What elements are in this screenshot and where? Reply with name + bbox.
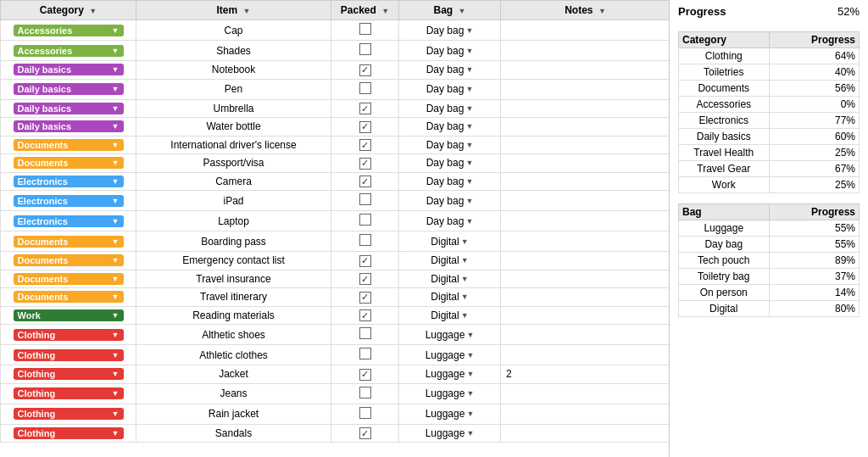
checkbox[interactable]: ✓ — [359, 292, 371, 304]
checkbox[interactable]: ✓ — [359, 309, 371, 321]
checkbox[interactable] — [359, 407, 371, 419]
bag-dropdown-arrow[interactable]: ▼ — [466, 370, 474, 378]
checkbox[interactable] — [359, 387, 371, 398]
packed-cell[interactable]: ✓ — [331, 270, 399, 288]
checkbox[interactable] — [359, 82, 371, 94]
category-badge[interactable]: Daily basics▼ — [14, 83, 124, 95]
bag-dropdown-arrow[interactable]: ▼ — [465, 65, 473, 74]
bag-dropdown-arrow[interactable]: ▼ — [465, 197, 473, 205]
category-badge[interactable]: Clothing▼ — [14, 368, 124, 380]
checkbox[interactable]: ✓ — [359, 273, 371, 285]
notes-filter-icon[interactable]: ▼ — [598, 7, 606, 15]
bag-dropdown-arrow[interactable]: ▼ — [461, 256, 469, 265]
col-header-item[interactable]: Item ▼ — [136, 1, 331, 20]
bag-cell[interactable]: Digital▼ — [399, 252, 501, 270]
packed-cell[interactable]: ✓ — [331, 61, 399, 80]
category-badge[interactable]: Clothing▼ — [14, 387, 124, 399]
col-header-notes[interactable]: Notes ▼ — [501, 1, 670, 20]
bag-cell[interactable]: Day bag▼ — [399, 172, 501, 191]
bag-cell[interactable]: Luggage▼ — [399, 325, 501, 345]
packed-cell[interactable] — [331, 325, 399, 345]
checkbox[interactable] — [359, 43, 371, 55]
packed-cell[interactable] — [331, 20, 399, 41]
bag-dropdown-arrow[interactable]: ▼ — [461, 237, 469, 246]
bag-cell[interactable]: Day bag▼ — [399, 41, 501, 61]
checkbox[interactable] — [359, 193, 371, 205]
packed-cell[interactable]: ✓ — [331, 365, 399, 384]
bag-cell[interactable]: Luggage▼ — [399, 365, 501, 384]
category-badge[interactable]: Documents▼ — [14, 273, 124, 285]
category-badge[interactable]: Daily basics▼ — [14, 64, 124, 75]
checkbox[interactable] — [359, 327, 371, 339]
bag-dropdown-arrow[interactable]: ▼ — [465, 85, 473, 93]
packed-cell[interactable] — [331, 79, 399, 99]
packed-cell[interactable] — [331, 231, 399, 252]
bag-cell[interactable]: Digital▼ — [399, 231, 501, 252]
col-header-category[interactable]: Category ▼ — [1, 1, 136, 20]
checkbox[interactable]: ✓ — [359, 176, 371, 187]
category-badge[interactable]: Clothing▼ — [14, 329, 124, 341]
category-badge[interactable]: Daily basics▼ — [14, 120, 124, 132]
bag-dropdown-arrow[interactable]: ▼ — [461, 275, 469, 283]
bag-cell[interactable]: Day bag▼ — [399, 79, 501, 99]
packed-filter-icon[interactable]: ▼ — [381, 7, 389, 15]
packed-cell[interactable]: ✓ — [331, 306, 399, 325]
category-badge[interactable]: Documents▼ — [14, 236, 124, 248]
packed-cell[interactable] — [331, 345, 399, 365]
bag-cell[interactable]: Day bag▼ — [399, 211, 501, 231]
packed-cell[interactable]: ✓ — [331, 252, 399, 270]
packed-cell[interactable] — [331, 191, 399, 211]
category-badge[interactable]: Documents▼ — [14, 254, 124, 266]
packed-cell[interactable]: ✓ — [331, 172, 399, 191]
packed-cell[interactable]: ✓ — [331, 424, 399, 443]
category-badge[interactable]: Clothing▼ — [14, 408, 124, 420]
checkbox[interactable] — [359, 234, 371, 246]
bag-dropdown-arrow[interactable]: ▼ — [466, 351, 474, 359]
bag-dropdown-arrow[interactable]: ▼ — [465, 104, 473, 113]
bag-dropdown-arrow[interactable]: ▼ — [466, 331, 474, 339]
category-badge[interactable]: Documents▼ — [14, 157, 124, 169]
checkbox[interactable]: ✓ — [359, 103, 371, 114]
category-badge[interactable]: Daily basics▼ — [14, 103, 124, 114]
checkbox[interactable]: ✓ — [359, 255, 371, 267]
bag-cell[interactable]: Day bag▼ — [399, 61, 501, 80]
bag-dropdown-arrow[interactable]: ▼ — [466, 429, 474, 437]
bag-cell[interactable]: Luggage▼ — [399, 345, 501, 365]
bag-cell[interactable]: Luggage▼ — [399, 424, 501, 443]
packed-cell[interactable]: ✓ — [331, 288, 399, 307]
category-badge[interactable]: Electronics▼ — [14, 195, 124, 207]
category-badge[interactable]: Documents▼ — [14, 139, 124, 151]
packed-cell[interactable]: ✓ — [331, 136, 399, 154]
bag-cell[interactable]: Day bag▼ — [399, 136, 501, 154]
col-header-packed[interactable]: Packed ▼ — [331, 1, 399, 20]
bag-dropdown-arrow[interactable]: ▼ — [465, 141, 473, 149]
checkbox[interactable]: ✓ — [359, 369, 371, 381]
checkbox[interactable]: ✓ — [359, 158, 371, 170]
bag-dropdown-arrow[interactable]: ▼ — [465, 47, 473, 55]
bag-dropdown-arrow[interactable]: ▼ — [465, 177, 473, 186]
category-badge[interactable]: Work▼ — [14, 309, 124, 321]
bag-dropdown-arrow[interactable]: ▼ — [465, 217, 473, 226]
bag-dropdown-arrow[interactable]: ▼ — [466, 410, 474, 418]
bag-cell[interactable]: Day bag▼ — [399, 99, 501, 118]
category-badge[interactable]: Electronics▼ — [14, 215, 124, 227]
packed-cell[interactable] — [331, 404, 399, 424]
packed-cell[interactable]: ✓ — [331, 118, 399, 137]
col-header-bag[interactable]: Bag ▼ — [399, 1, 501, 20]
bag-cell[interactable]: Digital▼ — [399, 306, 501, 325]
category-badge[interactable]: Accessories▼ — [14, 45, 124, 57]
category-badge[interactable]: Clothing▼ — [14, 427, 124, 439]
bag-cell[interactable]: Luggage▼ — [399, 404, 501, 424]
bag-cell[interactable]: Day bag▼ — [399, 118, 501, 137]
bag-dropdown-arrow[interactable]: ▼ — [466, 389, 474, 398]
bag-cell[interactable]: Day bag▼ — [399, 20, 501, 41]
category-badge[interactable]: Documents▼ — [14, 291, 124, 303]
bag-dropdown-arrow[interactable]: ▼ — [461, 293, 469, 301]
bag-cell[interactable]: Digital▼ — [399, 270, 501, 288]
checkbox[interactable]: ✓ — [359, 427, 371, 439]
category-badge[interactable]: Clothing▼ — [14, 349, 124, 361]
packed-cell[interactable] — [331, 383, 399, 404]
category-badge[interactable]: Electronics▼ — [14, 176, 124, 187]
category-filter-icon[interactable]: ▼ — [89, 7, 97, 15]
bag-cell[interactable]: Day bag▼ — [399, 191, 501, 211]
